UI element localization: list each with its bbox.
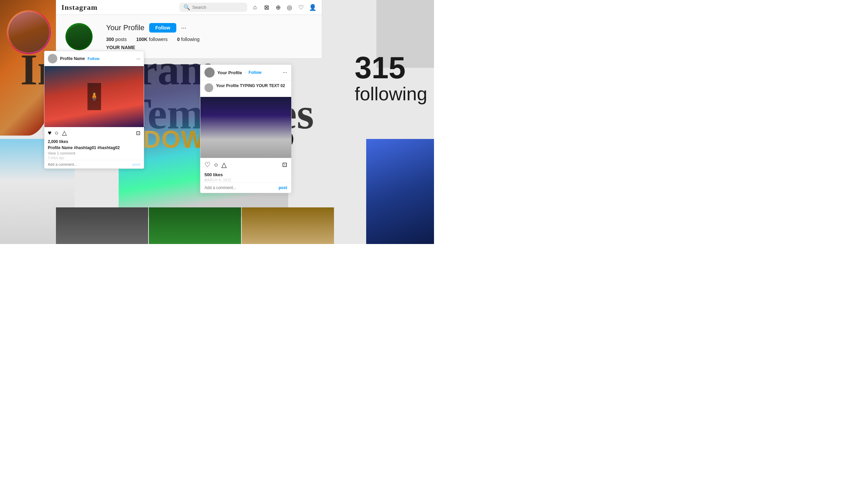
following-label: following — [355, 83, 427, 105]
share-action-icon-lg[interactable]: △ — [221, 161, 226, 169]
instagram-panel: Instagram 🔍 ⌂ ⊠ ⊕ ◎ ♡ 👤 Your Profile Fol… — [56, 0, 322, 59]
comment-action-icon-lg[interactable]: ○ — [214, 161, 218, 169]
explore-icon[interactable]: ◎ — [286, 4, 293, 11]
post-card-large: Your Profile · Follow ··· Your Profile T… — [200, 64, 292, 193]
profile-username: Your Profile — [106, 23, 144, 32]
share-action-icon[interactable]: △ — [62, 129, 67, 137]
bottom-photo-3 — [242, 207, 334, 244]
likes-number: 500 — [204, 172, 212, 177]
comment-field-large[interactable] — [204, 185, 279, 190]
card-image-small: 🧍 — [44, 66, 144, 127]
comments-section: Your Profile TYPING YOUR TEXT 02 — [200, 80, 291, 97]
search-icon: 🔍 — [183, 4, 190, 11]
bookmark-icon-large[interactable]: ⊡ — [282, 161, 287, 168]
card-avatar-large — [204, 67, 215, 78]
card-header-small: Profile Name Follow ··· — [44, 51, 144, 66]
card-more-small[interactable]: ··· — [136, 56, 140, 61]
comment-content: Your Profile TYPING YOUR TEXT 02 — [216, 83, 285, 88]
heart-action-icon-lg[interactable]: ♡ — [204, 161, 211, 169]
post-label-small[interactable]: post — [133, 162, 140, 166]
followers-label: followers — [149, 37, 167, 42]
commenter-name: Your Profile — [216, 83, 239, 88]
card-username-small: Profile Name — [60, 56, 85, 61]
more-options-button[interactable]: ··· — [181, 24, 186, 32]
ig-logo: Instagram — [61, 3, 98, 12]
comment-action-icon[interactable]: ○ — [55, 129, 59, 137]
bookmark-icon-small[interactable]: ⊡ — [136, 130, 140, 136]
card-follow-small[interactable]: Follow — [87, 57, 99, 61]
following-count-profile: 0 — [177, 37, 180, 42]
follow-button[interactable]: Follow — [149, 23, 176, 33]
followers-stat: 100K followers — [136, 37, 168, 42]
profile-stats: 300 posts 100K followers 0 following — [106, 37, 312, 42]
search-bar[interactable]: 🔍 — [179, 3, 247, 12]
home-icon[interactable]: ⌂ — [251, 4, 259, 11]
profile-icon[interactable]: 👤 — [309, 4, 316, 11]
display-name: YOUR NAME — [106, 45, 312, 50]
comment-text-content: TYPING YOUR TEXT 02 — [240, 83, 285, 88]
nav-bar: Instagram 🔍 ⌂ ⊠ ⊕ ◎ ♡ 👤 — [56, 0, 322, 15]
bottom-photo-grid — [56, 207, 334, 244]
comment-input-large: post — [200, 182, 291, 193]
card-actions-small: ♥ ○ △ ⊡ — [44, 127, 144, 139]
comment-field-small[interactable] — [48, 162, 133, 166]
profile-circle-decoration — [7, 10, 51, 54]
post-date: MARCH 6, 2022 — [200, 178, 291, 182]
search-input[interactable] — [192, 5, 240, 10]
right-stats-overlay: 315 following — [355, 53, 427, 105]
likes-count-small: 2,000 likes — [44, 139, 144, 145]
caption-user-small: Profile Name — [48, 145, 73, 150]
card-image-large — [200, 97, 291, 158]
following-label-profile: following — [181, 37, 199, 42]
person-silhouette: 🧍 — [87, 83, 101, 110]
filter-icon[interactable]: ⊠ — [263, 4, 270, 11]
card-more-large[interactable]: ··· — [283, 69, 287, 76]
profile-top-row: Your Profile Follow ··· — [106, 23, 312, 33]
caption-text-small: #hashtag01 #hashtag02 — [74, 145, 120, 150]
card-header-large: Your Profile · Follow ··· — [200, 65, 291, 80]
bottom-photo-1 — [56, 207, 148, 244]
heart-action-icon[interactable]: ♥ — [48, 129, 52, 137]
post-card-small: Profile Name Follow ··· 🧍 ♥ ○ △ ⊡ 2,000 … — [44, 51, 144, 169]
card-follow-large[interactable]: Follow — [249, 70, 261, 75]
followers-count: 100K — [136, 37, 147, 42]
card-username-large: Your Profile — [217, 70, 242, 75]
nav-icons: ⌂ ⊠ ⊕ ◎ ♡ 👤 — [251, 4, 316, 11]
commenter-avatar — [204, 83, 213, 92]
posts-label: posts — [115, 37, 126, 42]
view-comments-small[interactable]: View 1 comment — [44, 151, 144, 156]
right-bottom-photo — [366, 139, 434, 244]
posts-count: 300 — [106, 37, 114, 42]
dot-separator: · — [245, 70, 246, 75]
comment-input-small: post — [44, 160, 144, 168]
bottom-photo-2 — [149, 207, 241, 244]
heart-icon[interactable]: ♡ — [297, 4, 305, 11]
comment-row: Your Profile TYPING YOUR TEXT 02 — [204, 83, 287, 92]
card-actions-large: ♡ ○ △ ⊡ — [200, 158, 291, 171]
likes-count-large: 500 likes — [200, 171, 291, 178]
post-label-large[interactable]: post — [279, 185, 287, 190]
add-icon[interactable]: ⊕ — [274, 4, 282, 11]
caption-small: Profile Name #hashtag01 #hashtag02 — [44, 145, 144, 151]
following-stat: 0 following — [177, 37, 199, 42]
profile-info: Your Profile Follow ··· 300 posts 100K f… — [106, 23, 312, 50]
avatar — [65, 23, 93, 50]
likes-label: likes — [213, 172, 223, 177]
card-avatar-small — [48, 54, 57, 63]
timestamp-small: 3 days ago — [44, 156, 144, 160]
posts-stat: 300 posts — [106, 37, 127, 42]
following-count: 315 — [355, 53, 427, 83]
